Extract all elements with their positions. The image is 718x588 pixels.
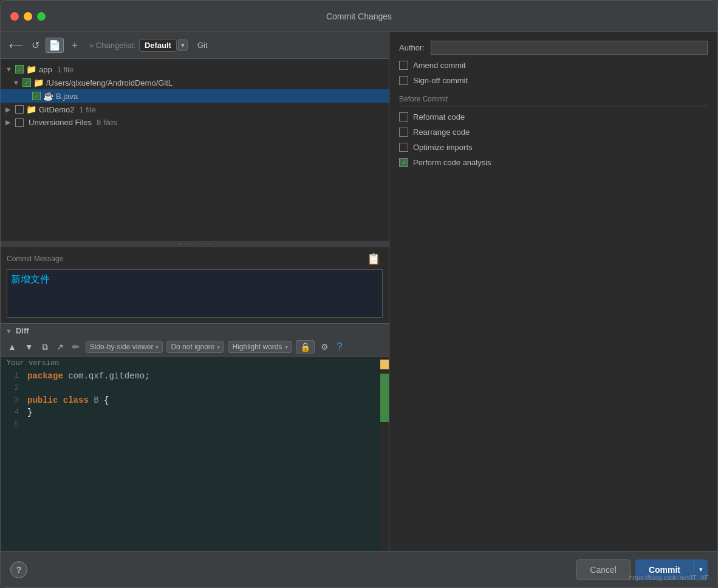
scroll-marker-yellow <box>380 360 389 369</box>
main-window: Commit Changes ⟵ ↺ 📄 ＋ » Changelist: Def… <box>0 0 718 588</box>
line-num-5: 5 <box>1 419 25 430</box>
git-label: Git <box>197 41 208 50</box>
line-code-4: } <box>25 406 35 419</box>
java-icon-bjava: ☕ <box>43 91 53 101</box>
amend-commit-row: Amend commit <box>399 61 708 70</box>
code-line-2: 2 <box>1 382 389 394</box>
ignore-dropdown-arrow: ▾ <box>217 344 220 350</box>
diff-title: Diff <box>16 326 29 335</box>
changelist-arrow[interactable]: ▾ <box>178 39 188 51</box>
signoff-commit-checkbox[interactable] <box>399 76 408 85</box>
highlight-dropdown-arrow: ▾ <box>285 344 288 350</box>
tree-item-unversioned[interactable]: ▶ Unversioned Files 8 files <box>1 116 389 129</box>
rearrange-code-label: Rearrange code <box>413 128 470 137</box>
tree-label-app: app <box>39 65 52 74</box>
signoff-commit-row: Sign-off commit <box>399 76 708 85</box>
tree-arrow-unversioned: ▶ <box>5 118 13 126</box>
minimize-button[interactable] <box>24 12 32 21</box>
commit-message-section: Commit Message 📋 <box>1 247 389 323</box>
prev-diff-btn[interactable]: ▲ <box>5 341 19 353</box>
left-panel: ⟵ ↺ 📄 ＋ » Changelist: Default ▾ Git ▼ ✓ … <box>1 32 389 551</box>
next-diff-btn[interactable]: ▼ <box>22 341 36 353</box>
tree-label-gitdemo2: GitDemo2 <box>39 105 75 114</box>
amend-commit-checkbox[interactable] <box>399 61 408 70</box>
commit-message-icon-btn[interactable]: 📋 <box>364 251 383 267</box>
line-num-1: 1 <box>1 370 25 381</box>
diff-header: ▼ Diff · · · · · · <box>1 323 389 338</box>
commit-message-input[interactable] <box>7 269 383 318</box>
reformat-code-label: Reformat code <box>413 112 465 121</box>
folder-icon-path: 📁 <box>33 78 44 87</box>
line-code-2 <box>25 382 35 394</box>
line-code-5 <box>25 419 35 431</box>
optimize-imports-checkbox[interactable] <box>399 143 408 152</box>
rearrange-code-row: Rearrange code <box>399 128 708 137</box>
checkbox-path[interactable]: ✓ <box>22 78 31 87</box>
tree-label-unversioned: Unversioned Files <box>29 118 92 127</box>
author-input[interactable] <box>431 41 708 55</box>
perform-analysis-label: Perform code analysis <box>413 158 491 167</box>
tree-item-path[interactable]: ▼ ✓ 📁 /Users/qixuefeng/AndroidDemo/GitL <box>1 76 389 89</box>
tree-count-app: 1 file <box>57 65 74 74</box>
before-commit-title: Before Commit <box>399 95 708 106</box>
close-button[interactable] <box>10 12 19 21</box>
help-button[interactable]: ? <box>10 561 27 578</box>
resize-handle-2[interactable]: · · · · · · <box>33 327 384 334</box>
checkbox-gitdemo2[interactable] <box>15 105 24 114</box>
reformat-code-row: Reformat code <box>399 112 708 121</box>
changelist-value: Default <box>139 39 177 52</box>
line-code-1: package com.qxf.gitdemo; <box>25 370 152 382</box>
lock-btn[interactable]: 🔒 <box>296 340 315 354</box>
tree-item-gitdemo2[interactable]: ▶ 📁 GitDemo2 1 file <box>1 103 389 116</box>
diff-scrollbar[interactable] <box>380 357 389 551</box>
viewer-dropdown[interactable]: Side-by-side viewer ▾ <box>86 341 163 353</box>
expand-btn[interactable]: ↗ <box>54 341 66 353</box>
commit-message-label: Commit Message <box>7 255 63 263</box>
perform-analysis-row: ✓ Perform code analysis <box>399 158 708 167</box>
changelist-dropdown[interactable]: Default ▾ <box>139 39 188 52</box>
titlebar: Commit Changes <box>1 1 717 32</box>
tree-item-bjava[interactable]: ✓ ☕ B.java <box>1 89 389 103</box>
checkbox-bjava[interactable]: ✓ <box>32 92 41 100</box>
right-panel: Author: Amend commit Sign-off commit Bef… <box>389 32 717 551</box>
file-tree: ▼ ✓ 📁 app 1 file ▼ ✓ 📁 /Users/qixuefeng/… <box>1 59 389 241</box>
line-num-2: 2 <box>1 382 25 394</box>
tree-label-bjava: B.java <box>56 92 78 101</box>
code-area: 1 package com.qxf.gitdemo; 2 3 public cl… <box>1 370 389 431</box>
code-line-1: 1 package com.qxf.gitdemo; <box>1 370 389 382</box>
tree-label-path: /Users/qixuefeng/AndroidDemo/GitL <box>46 78 173 87</box>
add-button[interactable]: ＋ <box>67 38 82 53</box>
ignore-dropdown[interactable]: Do not ignore ▾ <box>166 341 224 353</box>
diff-section: ▼ Diff · · · · · · ▲ ▼ ⧉ ↗ ✏ Side-by-sid… <box>1 323 389 551</box>
scroll-marker-green <box>380 374 389 422</box>
amend-commit-label: Amend commit <box>413 61 466 70</box>
diff-version-label: Your version <box>1 357 389 370</box>
refresh-button[interactable]: ↺ <box>29 38 42 52</box>
tree-arrow-app: ▼ <box>5 66 13 73</box>
checkbox-unversioned[interactable] <box>15 118 24 127</box>
resize-handle-1[interactable]: · · · · · · <box>1 241 389 247</box>
edit-btn[interactable]: ✏ <box>70 341 82 353</box>
author-label: Author: <box>399 43 425 52</box>
tree-arrow-path: ▼ <box>13 79 20 86</box>
rearrange-code-checkbox[interactable] <box>399 128 408 137</box>
optimize-imports-label: Optimize imports <box>413 143 473 152</box>
diff-content: Your version 1 package com.qxf.gitdemo; … <box>1 357 389 551</box>
settings-btn[interactable]: ⚙ <box>318 341 331 353</box>
cancel-button[interactable]: Cancel <box>576 559 631 580</box>
help-diff-btn[interactable]: ? <box>335 340 345 354</box>
copy-left-btn[interactable]: ⧉ <box>39 341 50 354</box>
diff-collapse-arrow[interactable]: ▼ <box>5 327 12 335</box>
file-button[interactable]: 📄 <box>46 38 64 53</box>
perform-analysis-checkbox[interactable]: ✓ <box>399 158 408 167</box>
ignore-dropdown-label: Do not ignore <box>171 343 214 351</box>
reformat-code-checkbox[interactable] <box>399 112 408 121</box>
back-button[interactable]: ⟵ <box>7 38 26 52</box>
tree-count-unversioned: 8 files <box>97 118 117 127</box>
highlight-dropdown[interactable]: Highlight words ▾ <box>228 341 292 353</box>
optimize-imports-row: Optimize imports <box>399 143 708 152</box>
tree-item-app[interactable]: ▼ ✓ 📁 app 1 file <box>1 63 389 76</box>
maximize-button[interactable] <box>37 12 46 21</box>
checkbox-app[interactable]: ✓ <box>15 65 24 74</box>
window-title: Commit Changes <box>326 12 392 21</box>
